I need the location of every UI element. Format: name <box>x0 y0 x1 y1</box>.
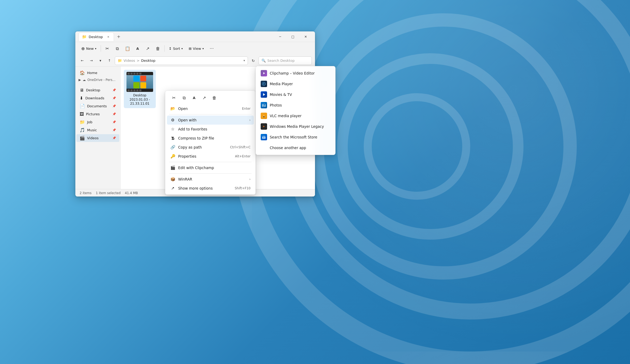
close-button[interactable]: ✕ <box>300 32 312 41</box>
view-dropdown-icon: ▾ <box>202 47 204 50</box>
ctx-share-icon: ↗ <box>202 95 206 100</box>
file-item-desktop-video[interactable]: Desktop2023.01.03 -21.33.11.01 <box>124 70 156 108</box>
back-button[interactable]: ← <box>79 57 86 64</box>
submenu-wmp-legacy[interactable]: Windows Media Player Legacy <box>257 121 334 132</box>
ctx-favorites-item[interactable]: ☆ Add to Favorites <box>167 125 254 134</box>
clipchamp-app-icon <box>261 70 267 76</box>
sidebar-label-home: Home <box>87 71 97 75</box>
address-bar[interactable]: 📁 Videos > Desktop ▾ <box>115 56 248 65</box>
maximize-button[interactable]: □ <box>287 32 299 41</box>
tab-close-button[interactable]: ✕ <box>106 35 111 39</box>
film-hole-b5 <box>139 89 141 91</box>
submenu-clipchamp[interactable]: Clipchamp – Video Editor <box>257 68 334 79</box>
sidebar-item-home[interactable]: 🏠 Home <box>76 69 119 77</box>
ctx-winrar-label: WinRAR <box>178 177 192 181</box>
film-hole-b3 <box>133 89 136 91</box>
more-options-button[interactable]: ··· <box>207 44 216 53</box>
sidebar-item-pictures[interactable]: 🖼 Pictures 📌 <box>76 110 119 118</box>
ctx-properties-label: Properties <box>178 154 196 158</box>
ctx-delete-icon: 🗑 <box>212 95 216 100</box>
sidebar-item-documents[interactable]: 📄 Documents 📌 <box>76 102 119 110</box>
paste-button[interactable]: 📋 <box>123 44 132 53</box>
ctx-properties-item[interactable]: 🔑 Properties Alt+Enter <box>167 152 254 161</box>
desktop-pin-icon: 📌 <box>112 88 116 92</box>
delete-icon: 🗑 <box>156 46 160 51</box>
videos-pin-icon: 📌 <box>112 136 116 140</box>
sidebar-item-videos[interactable]: 🎬 Videos 📌 <box>76 134 119 142</box>
ctx-showmore-shortcut: Shift+F10 <box>235 186 251 190</box>
submenu-photos-label: Photos <box>270 103 282 107</box>
downloads-icon: ⬇ <box>80 96 83 101</box>
submenu-store[interactable]: Search the Microsoft Store <box>257 132 334 142</box>
forward-button[interactable]: → <box>88 57 95 64</box>
sidebar-item-job[interactable]: 📁 Job 📌 <box>76 118 119 126</box>
ctx-compress-icon: 🗜 <box>170 136 175 141</box>
sort-button[interactable]: ↕ Sort ▾ <box>166 45 186 52</box>
submenu-vlc[interactable]: VLC media player <box>257 111 334 121</box>
rename-button[interactable]: A <box>133 44 142 53</box>
ctx-open-label: Open <box>178 107 188 111</box>
ctx-openwith-item[interactable]: ⚙ Open with › <box>167 116 254 125</box>
history-button[interactable]: ▾ <box>97 57 104 64</box>
ctx-copypath-icon: 🔗 <box>170 145 175 150</box>
sidebar-onedrive-header[interactable]: ▶ ☁ OneDrive - Pers... <box>75 77 120 83</box>
sidebar-item-music[interactable]: 🎵 Music 📌 <box>76 126 119 134</box>
ctx-delete-button[interactable]: 🗑 <box>210 93 219 102</box>
ctx-open-shortcut: Enter <box>242 107 251 111</box>
toolbar: ⊕ New ▾ ✂ ⧉ 📋 A ↗ 🗑 ↕ Sort ▾ ⊞ <box>75 42 315 55</box>
ctx-copypath-item[interactable]: 🔗 Copy as path Ctrl+Shift+C <box>167 143 254 152</box>
expand-icon: ▶ <box>79 78 81 82</box>
view-button[interactable]: ⊞ View ▾ <box>186 45 206 52</box>
sidebar-item-desktop[interactable]: 🖥 Desktop 📌 <box>76 86 119 94</box>
sidebar-spacer <box>75 83 120 86</box>
file-size: 41.4 MB <box>125 191 138 195</box>
submenu-movies-tv[interactable]: Movies & TV <box>257 89 334 100</box>
ctx-copypath-label: Copy as path <box>178 145 202 149</box>
ctx-winrar-item[interactable]: 📦 WinRAR › <box>167 175 254 184</box>
explorer-tab[interactable]: 📁 Desktop ✕ <box>79 32 114 41</box>
svg-marker-0 <box>263 72 265 74</box>
ctx-showmore-label: Show more options <box>178 186 213 190</box>
refresh-button[interactable]: ↻ <box>249 57 257 64</box>
videos-icon: 🎬 <box>80 136 85 141</box>
ctx-open-item[interactable]: 📂 Open Enter <box>167 104 254 113</box>
new-button[interactable]: ⊕ New ▾ <box>79 45 99 52</box>
search-icon: 🔍 <box>261 59 266 63</box>
minimize-button[interactable]: ─ <box>274 32 286 41</box>
win-logo-tl <box>133 76 140 82</box>
sidebar-item-downloads[interactable]: ⬇ Downloads 📌 <box>76 94 119 102</box>
address-dropdown-icon[interactable]: ▾ <box>243 59 245 62</box>
openwith-submenu: Clipchamp – Video Editor Media Player Mo… <box>256 66 336 155</box>
ctx-compress-item[interactable]: 🗜 Compress to ZIP file <box>167 134 254 143</box>
ctx-rename-button[interactable]: A <box>189 93 199 102</box>
sidebar-label-onedrive: OneDrive - Pers... <box>87 78 115 82</box>
title-bar: 📁 Desktop ✕ + ─ □ ✕ <box>75 31 315 42</box>
path-folder-icon: 📁 <box>118 59 122 63</box>
up-button[interactable]: ↑ <box>106 57 113 64</box>
ctx-copy-button[interactable]: ⧉ <box>179 93 189 102</box>
pictures-pin-icon: 📌 <box>112 112 116 116</box>
search-box[interactable]: 🔍 Search Desktop <box>259 56 312 65</box>
copy-icon: ⧉ <box>116 46 119 51</box>
submenu-clipchamp-label: Clipchamp – Video Editor <box>270 71 315 75</box>
window-controls: ─ □ ✕ <box>274 32 312 41</box>
ctx-share-button[interactable]: ↗ <box>199 93 209 102</box>
path-videos: Videos <box>124 59 135 63</box>
ctx-clipchamp-item[interactable]: 🎬 Edit with Clipchamp <box>167 163 254 172</box>
job-pin-icon: 📌 <box>112 120 116 124</box>
store-app-icon <box>261 134 267 140</box>
ctx-showmore-item[interactable]: ↗ Show more options Shift+F10 <box>167 184 254 193</box>
toolbar-separator-2 <box>164 45 165 52</box>
tab-folder-icon: 📁 <box>82 35 87 39</box>
context-menu-toolbar: ✂ ⧉ A ↗ 🗑 <box>167 92 254 103</box>
cut-button[interactable]: ✂ <box>103 44 112 53</box>
view-label: View <box>193 47 201 51</box>
submenu-photos[interactable]: Photos <box>257 100 334 111</box>
submenu-media-player[interactable]: Media Player <box>257 79 334 89</box>
share-button[interactable]: ↗ <box>143 44 153 53</box>
new-tab-button[interactable]: + <box>115 33 122 40</box>
ctx-cut-button[interactable]: ✂ <box>169 93 179 102</box>
submenu-choose-app[interactable]: Choose another app <box>257 142 334 153</box>
delete-button[interactable]: 🗑 <box>153 44 163 53</box>
copy-button[interactable]: ⧉ <box>113 44 122 53</box>
